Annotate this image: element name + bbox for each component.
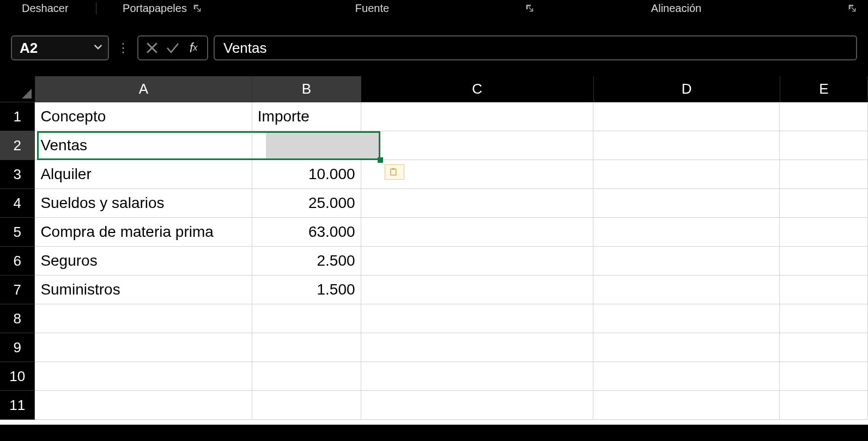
ribbon-group-clipboard[interactable]: Portapapeles: [123, 2, 187, 15]
row-header-3[interactable]: 3: [0, 160, 35, 189]
ribbon-separator: [96, 2, 96, 14]
cell-E6[interactable]: [780, 247, 868, 275]
cell-D1[interactable]: [593, 102, 780, 131]
cell-D11[interactable]: [593, 391, 780, 420]
cell-B4[interactable]: 25.000: [252, 189, 361, 218]
cell-C4[interactable]: [361, 189, 594, 218]
cell-E11[interactable]: [780, 391, 868, 420]
column-header-A[interactable]: A: [35, 76, 253, 102]
cell-B8[interactable]: [252, 304, 361, 333]
cell-E3[interactable]: [780, 160, 868, 189]
svg-rect-1: [392, 168, 394, 170]
cell-A7[interactable]: Suministros: [35, 275, 252, 304]
cell-A4[interactable]: Sueldos y salarios: [35, 189, 252, 218]
row-10: 10: [0, 362, 868, 391]
cell-B7[interactable]: 1.500: [252, 275, 361, 304]
cell-D3[interactable]: [593, 160, 780, 189]
cell-D7[interactable]: [593, 275, 780, 304]
cell-E4[interactable]: [780, 189, 868, 218]
formula-input[interactable]: [214, 35, 857, 60]
row-header-10[interactable]: 10: [0, 362, 35, 391]
column-header-D[interactable]: D: [594, 76, 780, 102]
cell-E7[interactable]: [780, 275, 868, 304]
cell-C6[interactable]: [361, 247, 594, 275]
column-header-E[interactable]: E: [780, 76, 868, 102]
cell-B3[interactable]: 10.000: [252, 160, 361, 189]
dialog-launcher-icon[interactable]: [525, 3, 535, 13]
cell-D2[interactable]: [593, 131, 780, 160]
row-3: 3Alquiler10.000: [0, 160, 868, 189]
row-header-6[interactable]: 6: [0, 247, 35, 275]
cell-E8[interactable]: [780, 304, 868, 333]
dialog-launcher-icon[interactable]: [847, 3, 857, 13]
ribbon-group-labels: Deshacer Portapapeles Fuente Alineación: [0, 0, 868, 16]
cell-C1[interactable]: [361, 102, 594, 131]
paste-options-icon[interactable]: [385, 164, 404, 180]
cell-B10[interactable]: [252, 362, 361, 391]
cell-B5[interactable]: 63.000: [252, 218, 361, 247]
ribbon-group-undo[interactable]: Deshacer: [22, 2, 69, 15]
cell-D8[interactable]: [593, 304, 780, 333]
spreadsheet-grid[interactable]: ABCDE 1ConceptoImporte2Ventas140.0003Alq…: [0, 76, 868, 425]
cell-E1[interactable]: [780, 102, 868, 131]
cell-A2[interactable]: Ventas: [35, 131, 252, 160]
cell-B2[interactable]: 140.000: [252, 131, 361, 160]
cell-E2[interactable]: [780, 131, 868, 160]
cell-A3[interactable]: Alquiler: [35, 160, 252, 189]
row-5: 5Compra de materia prima63.000: [0, 218, 868, 247]
cell-C9[interactable]: [361, 333, 594, 362]
enter-button[interactable]: [165, 40, 181, 56]
cell-A9[interactable]: [35, 333, 252, 362]
cell-E9[interactable]: [780, 333, 868, 362]
cell-A1[interactable]: Concepto: [35, 102, 252, 131]
cell-A5[interactable]: Compra de materia prima: [35, 218, 252, 247]
cell-E5[interactable]: [780, 218, 868, 247]
svg-rect-0: [391, 169, 396, 175]
cell-C10[interactable]: [361, 362, 594, 391]
dialog-launcher-icon[interactable]: [192, 3, 202, 13]
cell-A6[interactable]: Seguros: [35, 247, 252, 275]
cell-A11[interactable]: [35, 391, 252, 420]
formula-bar-row: A2 ⋮ fx: [0, 33, 868, 63]
row-7: 7Suministros1.500: [0, 275, 868, 304]
row-header-7[interactable]: 7: [0, 275, 35, 304]
cell-D6[interactable]: [593, 247, 780, 275]
cell-B6[interactable]: 2.500: [252, 247, 361, 275]
row-header-9[interactable]: 9: [0, 333, 35, 362]
ribbon-group-alignment[interactable]: Alineación: [651, 2, 701, 15]
cell-D10[interactable]: [593, 362, 780, 391]
column-headers: ABCDE: [0, 76, 868, 102]
cell-C11[interactable]: [361, 391, 594, 420]
name-box-value: A2: [20, 40, 38, 57]
cell-C8[interactable]: [361, 304, 594, 333]
cell-D5[interactable]: [593, 218, 780, 247]
row-header-11[interactable]: 11: [0, 391, 35, 420]
cell-E10[interactable]: [780, 362, 868, 391]
separator-icon: ⋮: [117, 40, 130, 56]
row-header-2[interactable]: 2: [0, 131, 35, 160]
row-2: 2Ventas140.000: [0, 131, 868, 160]
row-header-1[interactable]: 1: [0, 102, 35, 131]
cell-C2[interactable]: [361, 131, 594, 160]
cell-A10[interactable]: [35, 362, 252, 391]
cell-C5[interactable]: [361, 218, 594, 247]
row-1: 1ConceptoImporte: [0, 102, 868, 131]
chevron-down-icon[interactable]: [94, 42, 102, 54]
row-header-4[interactable]: 4: [0, 189, 35, 218]
row-header-8[interactable]: 8: [0, 304, 35, 333]
column-header-B[interactable]: B: [252, 76, 361, 102]
cell-B9[interactable]: [252, 333, 361, 362]
cell-A8[interactable]: [35, 304, 252, 333]
cell-B1[interactable]: Importe: [252, 102, 361, 131]
select-all-corner[interactable]: [0, 76, 35, 102]
column-header-C[interactable]: C: [361, 76, 594, 102]
ribbon-group-font[interactable]: Fuente: [355, 2, 389, 15]
cell-D9[interactable]: [593, 333, 780, 362]
insert-function-button[interactable]: fx: [185, 40, 202, 56]
cell-B11[interactable]: [252, 391, 361, 420]
cell-C7[interactable]: [361, 275, 594, 304]
cancel-button[interactable]: [144, 40, 160, 56]
row-header-5[interactable]: 5: [0, 218, 35, 247]
cell-D4[interactable]: [593, 189, 780, 218]
name-box[interactable]: A2: [11, 35, 109, 60]
